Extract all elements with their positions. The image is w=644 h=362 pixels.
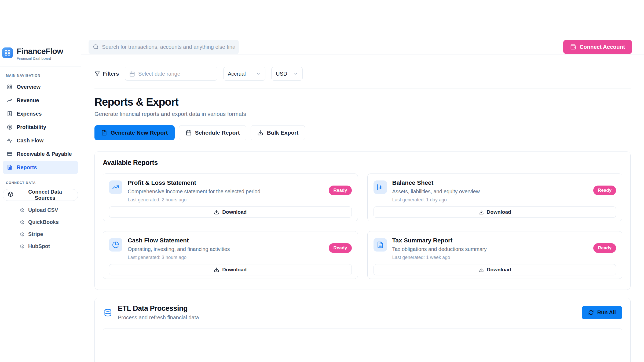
- grid-icon: [7, 84, 12, 90]
- sidebar-item-reports[interactable]: Reports: [3, 161, 78, 174]
- brand-text: FinanceFlow Financial Dashboard: [17, 47, 63, 61]
- brand-logo-icon: [2, 47, 13, 58]
- content: Filters Accrual USD Reports & Export Gen…: [81, 54, 644, 362]
- trending-up-icon: [7, 98, 12, 103]
- receipt-icon: [7, 111, 12, 116]
- date-range-input[interactable]: [125, 67, 217, 81]
- package-icon: [20, 220, 24, 224]
- report-card-profit-loss: Profit & Loss Statement Comprehensive in…: [103, 173, 358, 221]
- connect-data-sources-button[interactable]: Connect Data Sources: [3, 189, 78, 201]
- date-range-field[interactable]: [138, 71, 213, 77]
- report-card-balance-sheet: Balance Sheet Assets, liabilities, and e…: [367, 173, 623, 221]
- filter-icon: [94, 71, 100, 77]
- sidebar-item-overview[interactable]: Overview: [3, 80, 78, 94]
- page-subtitle: Generate financial reports and export da…: [94, 111, 631, 117]
- report-last-generated: Last generated: 3 hours ago: [128, 255, 230, 260]
- status-badge: Ready: [593, 243, 616, 253]
- etl-text: ETL Data Processing Process and refresh …: [118, 304, 199, 321]
- calendar-icon: [129, 71, 135, 77]
- filters-label: Filters: [103, 71, 119, 77]
- schedule-report-button[interactable]: Schedule Report: [179, 125, 247, 140]
- database-icon: [104, 309, 112, 317]
- connect-account-button[interactable]: Connect Account: [563, 40, 632, 54]
- chevron-down-icon: [293, 71, 298, 76]
- sidebar-item-label: Revenue: [17, 97, 39, 104]
- download-label: Download: [487, 267, 511, 273]
- download-button[interactable]: Download: [109, 264, 352, 275]
- sidebar-item-label: Cash Flow: [17, 138, 43, 144]
- source-item-quickbooks[interactable]: QuickBooks: [20, 216, 81, 228]
- page-title: Reports & Export: [94, 96, 631, 108]
- sidebar-item-cash-flow[interactable]: Cash Flow: [3, 134, 78, 147]
- report-card-head: Cash Flow Statement Operating, investing…: [109, 237, 352, 260]
- sidebar-item-revenue[interactable]: Revenue: [3, 94, 78, 107]
- sidebar-item-receivable-payable[interactable]: Receivable & Payable: [3, 147, 78, 161]
- report-card-text: Cash Flow Statement Operating, investing…: [128, 237, 230, 260]
- bulk-export-button[interactable]: Bulk Export: [251, 125, 305, 140]
- sidebar-item-label: Overview: [17, 84, 41, 90]
- basis-value: Accrual: [228, 71, 246, 77]
- download-button[interactable]: Download: [374, 264, 616, 275]
- search-box: [89, 40, 239, 54]
- run-all-button[interactable]: Run All: [582, 306, 622, 319]
- download-label: Download: [222, 267, 247, 273]
- search-input[interactable]: [102, 44, 235, 50]
- source-item-upload-csv[interactable]: Upload CSV: [20, 204, 81, 216]
- report-description: Tax obligations and deductions summary: [392, 246, 487, 252]
- report-description: Comprehensive income statement for the s…: [128, 189, 260, 195]
- download-icon: [478, 209, 484, 215]
- sidebar-item-expenses[interactable]: Expenses: [3, 107, 78, 120]
- app-shell: FinanceFlow Financial Dashboard MAIN NAV…: [0, 40, 644, 362]
- chevron-down-icon: [256, 71, 261, 76]
- dollar-circle-icon: [7, 124, 12, 130]
- download-button[interactable]: Download: [109, 206, 352, 218]
- action-row: Generate New Report Schedule Report Bulk…: [94, 125, 631, 140]
- generate-new-report-button[interactable]: Generate New Report: [94, 125, 175, 140]
- connect-account-label: Connect Account: [580, 44, 625, 50]
- source-item-stripe[interactable]: Stripe: [20, 228, 81, 240]
- report-card-head: Profit & Loss Statement Comprehensive in…: [109, 179, 352, 203]
- report-card-text: Profit & Loss Statement Comprehensive in…: [128, 179, 260, 203]
- etl-title: ETL Data Processing: [118, 304, 199, 313]
- report-card-head: Tax Summary Report Tax obligations and d…: [374, 237, 616, 260]
- brand-subtitle: Financial Dashboard: [17, 56, 63, 61]
- bar-chart-icon: [374, 180, 387, 194]
- currency-select[interactable]: USD: [271, 67, 303, 81]
- filters-group: Filters: [94, 71, 119, 77]
- sidebar-item-profitability[interactable]: Profitability: [3, 120, 78, 134]
- sidebar-item-label: Reports: [17, 164, 37, 171]
- report-last-generated: Last generated: 1 day ago: [392, 197, 480, 203]
- download-icon: [257, 130, 263, 136]
- etl-pipeline-box: [103, 328, 622, 362]
- available-reports-panel: Available Reports Profit & Loss Statemen…: [94, 152, 631, 290]
- refresh-icon: [588, 310, 594, 315]
- available-reports-title: Available Reports: [103, 159, 622, 167]
- report-last-generated: Last generated: 1 week ago: [392, 255, 487, 260]
- search-icon: [93, 44, 99, 50]
- pie-chart-icon: [109, 238, 122, 252]
- status-badge: Ready: [593, 186, 616, 195]
- currency-value: USD: [276, 71, 287, 77]
- report-card-cash-flow: Cash Flow Statement Operating, investing…: [103, 231, 358, 279]
- file-text-icon: [374, 238, 387, 252]
- status-badge: Ready: [329, 186, 352, 195]
- download-label: Download: [222, 209, 247, 215]
- report-card-text: Balance Sheet Assets, liabilities, and e…: [392, 179, 480, 203]
- report-description: Assets, liabilities, and equity overview: [392, 189, 480, 195]
- accounting-basis-select[interactable]: Accrual: [223, 67, 265, 81]
- download-button[interactable]: Download: [374, 206, 616, 218]
- main-nav: Overview Revenue Expenses Profitability …: [0, 80, 81, 174]
- file-text-icon: [101, 130, 107, 136]
- report-title: Cash Flow Statement: [128, 237, 230, 244]
- package-icon: [20, 244, 24, 249]
- credit-card-icon: [7, 151, 12, 157]
- package-icon: [20, 232, 24, 237]
- download-icon: [214, 209, 219, 215]
- run-all-label: Run All: [597, 309, 616, 316]
- filters-bar: Filters Accrual USD: [94, 54, 631, 88]
- download-icon: [478, 267, 484, 272]
- source-item-hubspot[interactable]: HubSpot: [20, 240, 81, 252]
- top-bar: Connect Account: [81, 40, 644, 54]
- reports-grid: Profit & Loss Statement Comprehensive in…: [103, 173, 622, 279]
- main-nav-label: MAIN NAVIGATION: [0, 67, 81, 80]
